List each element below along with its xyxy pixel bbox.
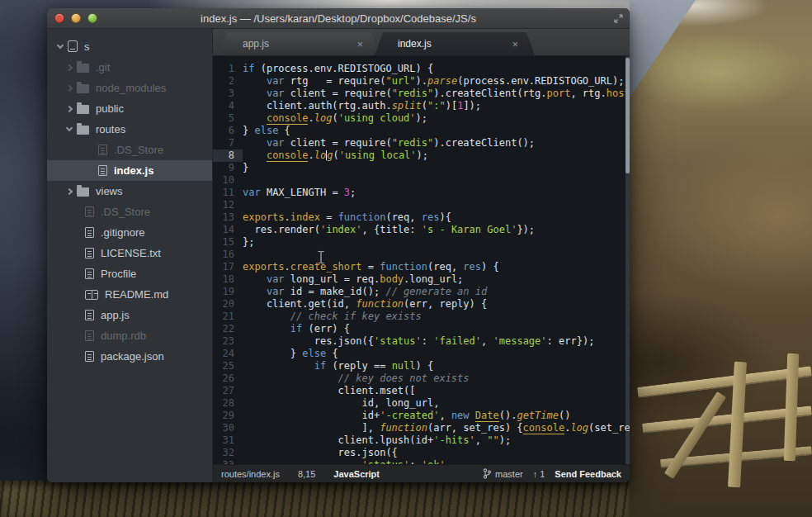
code-text: client.mset([: [243, 385, 630, 397]
sidebar-item-routes[interactable]: routes: [47, 119, 212, 140]
readme-icon: [85, 290, 98, 300]
minimize-window-button[interactable]: [71, 13, 81, 23]
code-editor[interactable]: 1if (process.env.REDISTOGO_URL) {2 var r…: [213, 56, 630, 464]
code-text: [243, 249, 630, 261]
line-number: 25: [213, 360, 243, 372]
code-line[interactable]: 33 'status': 'ok',: [213, 459, 630, 464]
line-number: 23: [213, 335, 243, 348]
code-text: [243, 199, 630, 211]
code-line[interactable]: 4 client.auth(rtg.auth.split(":")[1]);: [213, 100, 630, 112]
sidebar-item-app-js[interactable]: app.js: [47, 305, 212, 325]
tab-label: index.js: [375, 38, 432, 50]
code-line[interactable]: 11var MAX_LENGTH = 3;: [213, 187, 630, 199]
code-line[interactable]: 14 res.render('index', {title: 's - Kara…: [213, 224, 630, 236]
resize-icon[interactable]: [613, 13, 624, 24]
tab-index-js[interactable]: index.js×: [375, 32, 535, 55]
code-line[interactable]: 30 ], function(arr, set_res) {console.lo…: [213, 422, 630, 434]
code-line[interactable]: 28 id, long_url,: [213, 397, 630, 410]
line-number: 9: [213, 162, 243, 174]
code-line[interactable]: 23 res.json({'status': 'failed', 'messag…: [213, 335, 630, 348]
code-line[interactable]: 24 } else {: [213, 348, 630, 360]
code-line[interactable]: 6} else {: [213, 125, 630, 137]
code-line[interactable]: 22 if (err) {: [213, 323, 630, 335]
code-line[interactable]: 26 // key does not exists: [213, 372, 630, 385]
code-line[interactable]: 5 console.log('using cloud');: [213, 112, 630, 125]
code-line[interactable]: 2 var rtg = require("url").parse(process…: [213, 75, 630, 88]
file-label: .git: [96, 61, 110, 74]
line-number: 18: [213, 273, 243, 286]
code-line[interactable]: 9}: [213, 162, 630, 174]
zoom-window-button[interactable]: [87, 13, 97, 23]
file-label: dump.rdb: [101, 330, 146, 342]
file-label: app.js: [101, 309, 130, 321]
code-line[interactable]: 19 var id = make_id(); // generate an id: [213, 286, 630, 298]
vertical-scrollbar[interactable]: [626, 56, 630, 464]
chevron-right-icon: [66, 105, 73, 111]
close-window-button[interactable]: [54, 13, 64, 23]
code-text: // check if key exists: [243, 311, 630, 323]
code-line[interactable]: 12: [213, 199, 630, 211]
tab-label: app.js: [220, 38, 269, 50]
sidebar-item-dump-rdb[interactable]: dump.rdb: [47, 325, 212, 346]
code-line[interactable]: 16: [213, 249, 630, 261]
file-label: node_modules: [96, 82, 166, 94]
line-number: 13: [213, 211, 243, 224]
git-branch-icon: [483, 468, 491, 479]
tab-app-js[interactable]: app.js×: [220, 32, 380, 55]
chevron-right-icon: [66, 187, 73, 194]
code-line[interactable]: 32 res.json({: [213, 447, 630, 459]
file-icon: [85, 310, 94, 320]
code-text: client.auth(rtg.auth.split(":")[1]);: [243, 100, 630, 112]
code-line[interactable]: 1if (process.env.REDISTOGO_URL) {: [213, 63, 630, 75]
code-line[interactable]: 17exports.create_short = function(req, r…: [213, 261, 630, 273]
sidebar-root-folder[interactable]: s: [47, 36, 212, 57]
code-line[interactable]: 31 client.lpush(id+'-hits', "");: [213, 434, 630, 447]
code-text: if (err) {: [243, 323, 630, 335]
sidebar-item-views[interactable]: views: [47, 181, 212, 202]
file-label: LICENSE.txt: [101, 247, 161, 259]
status-language[interactable]: JavaScript: [333, 469, 380, 479]
sidebar-item-ds-store[interactable]: .DS_Store: [47, 202, 212, 222]
chevron-right-icon: [66, 84, 73, 91]
code-line[interactable]: 10: [213, 174, 630, 187]
sidebar-item-index-js[interactable]: index.js: [47, 160, 212, 181]
code-line[interactable]: 25 if (reply == null) {: [213, 360, 630, 372]
sidebar-item-license-txt[interactable]: LICENSE.txt: [47, 243, 212, 263]
sidebar-item-ds-store[interactable]: .DS_Store: [47, 140, 212, 160]
line-number: 20: [213, 298, 243, 311]
code-line[interactable]: 7 var client = require("redis").createCl…: [213, 137, 630, 149]
code-line[interactable]: 20 client.get(id, function(err, reply) {: [213, 298, 630, 311]
code-text: exports.index = function(req, res){: [243, 211, 630, 224]
code-line[interactable]: 21 // check if key exists: [213, 311, 630, 323]
code-text: id+'-created', new Date().getTime(): [243, 410, 630, 422]
code-lines: 1if (process.env.REDISTOGO_URL) {2 var r…: [213, 63, 630, 464]
sidebar-item-procfile[interactable]: Procfile: [47, 263, 212, 284]
project-icon: [68, 40, 78, 52]
sidebar-item-node-modules[interactable]: node_modules: [47, 78, 212, 98]
code-line[interactable]: 18 var long_url = req.body.long_url;: [213, 273, 630, 286]
folder-icon: [77, 64, 89, 73]
code-line[interactable]: 13exports.index = function(req, res){: [213, 211, 630, 224]
close-icon[interactable]: ×: [356, 38, 380, 50]
code-line[interactable]: 29 id+'-created', new Date().getTime(): [213, 410, 630, 422]
sidebar-item-public[interactable]: public: [47, 98, 212, 119]
code-line[interactable]: 27 client.mset([: [213, 385, 630, 397]
code-text: id, long_url,: [243, 397, 630, 410]
sidebar-item-git[interactable]: .git: [47, 57, 212, 78]
sidebar-item-package-json[interactable]: package.json: [47, 346, 212, 367]
file-label: index.js: [114, 164, 153, 177]
scrollbar-thumb[interactable]: [626, 58, 630, 173]
line-number: 11: [213, 187, 243, 199]
code-line[interactable]: 3 var client = require("redis").createCl…: [213, 88, 630, 100]
close-icon[interactable]: ×: [512, 38, 535, 50]
sidebar-item-gitignore[interactable]: .gitignore: [47, 222, 212, 243]
file-label: package.json: [101, 350, 164, 363]
code-line[interactable]: 15};: [213, 236, 630, 249]
arrow-up-icon: ↑: [533, 469, 538, 479]
window-titlebar[interactable]: index.js — /Users/karan/Desktop/Dropbox/…: [47, 8, 630, 29]
status-file-path: routes/index.js: [221, 469, 280, 479]
send-feedback-button[interactable]: Send Feedback: [555, 469, 621, 479]
file-icon: [98, 165, 107, 176]
sidebar-item-readme-md[interactable]: README.md: [47, 284, 212, 305]
code-line[interactable]: 8 console.log('using local');: [213, 149, 630, 162]
